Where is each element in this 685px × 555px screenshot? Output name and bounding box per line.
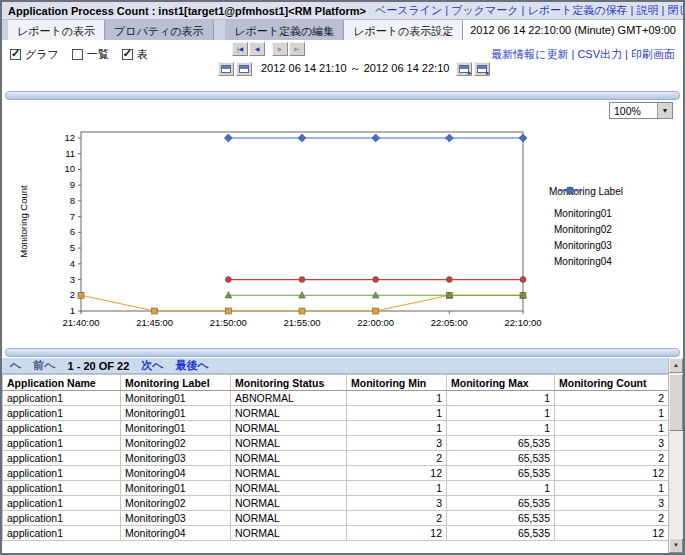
list-checkbox-label: 一覧	[87, 47, 109, 62]
table-cell: NORMAL	[231, 451, 347, 466]
svg-text:3: 3	[70, 274, 75, 285]
display-toggles: グラフ 一覧 表	[10, 47, 161, 62]
table-cell: 2	[347, 451, 447, 466]
table-cell: 1	[555, 421, 669, 436]
table-cell: 2	[555, 451, 669, 466]
graph-checkbox-label: グラフ	[25, 47, 59, 62]
list-checkbox[interactable]	[72, 49, 83, 60]
pagination-prev[interactable]: 前へ	[33, 358, 55, 373]
table-cell: 3	[347, 496, 447, 511]
action-links: 最新情報に更新CSV出力印刷画面	[491, 47, 675, 62]
tab-property-view[interactable]: プロパティの表示	[105, 20, 214, 40]
table-checkbox-label: 表	[137, 47, 148, 62]
svg-text:8: 8	[70, 195, 75, 206]
first-period-button[interactable]: |◀	[232, 42, 248, 56]
svg-text:9: 9	[70, 179, 75, 190]
table-cell: NORMAL	[231, 406, 347, 421]
svg-text:7: 7	[70, 211, 75, 222]
svg-text:4: 4	[70, 258, 75, 269]
legend-label: Monitoring04	[554, 256, 612, 267]
table-cell: Monitoring01	[121, 391, 231, 406]
tab-report-view[interactable]: レポートの表示	[8, 20, 105, 40]
calendar-icon[interactable]	[218, 62, 234, 76]
title-link[interactable]: ブックマーク	[442, 4, 518, 16]
tab-bar: レポートの表示 プロパティの表示 レポート定義の編集 レポートの表示設定 201…	[2, 20, 683, 40]
table-cell: 2	[555, 391, 669, 406]
action-link[interactable]: 印刷画面	[622, 48, 675, 60]
table-cell: Monitoring04	[121, 526, 231, 541]
table-cell: application1	[3, 406, 121, 421]
forward-arrow-icon: ▸	[468, 69, 472, 76]
table-cell: 2	[555, 511, 669, 526]
calendar-glyph	[239, 65, 249, 73]
svg-text:21:50:00: 21:50:00	[210, 317, 247, 328]
table-row: application1Monitoring04NORMAL1265,53512	[3, 466, 669, 481]
scroll-thumb[interactable]	[669, 374, 683, 431]
last-period-button[interactable]: ▶|	[289, 42, 305, 56]
table-cell: application1	[3, 436, 121, 451]
table-cell: application1	[3, 481, 121, 496]
calendar-forward-icon[interactable]: ▸	[456, 62, 472, 76]
legend-label: Monitoring02	[554, 224, 612, 235]
calendar-icon[interactable]	[236, 62, 252, 76]
time-range-text: 2012 06 14 21:10 ～ 2012 06 14 22:10	[261, 61, 449, 76]
pagination-last[interactable]: 最後へ	[176, 358, 209, 373]
splitter-bar	[5, 348, 680, 357]
table-header-row: Application Name Monitoring Label Monito…	[3, 375, 669, 391]
table-row: application1Monitoring01NORMAL111	[3, 406, 669, 421]
scroll-up-icon[interactable]: ▲	[669, 358, 683, 373]
table-cell: 65,535	[447, 496, 555, 511]
table-cell: 12	[347, 466, 447, 481]
calendar-glyph	[221, 65, 231, 73]
table-cell: Monitoring01	[121, 406, 231, 421]
action-link[interactable]: 最新情報に更新	[491, 48, 568, 60]
table-cell: application1	[3, 421, 121, 436]
title-link[interactable]: ベースライン	[375, 4, 442, 16]
pagination-range: 1 - 20 OF 22	[68, 360, 130, 372]
svg-text:10: 10	[64, 163, 75, 174]
action-link[interactable]: CSV出力	[568, 48, 622, 60]
table-cell: 1	[347, 391, 447, 406]
table-row: application1Monitoring01ABNORMAL112	[3, 391, 669, 406]
table-checkbox[interactable]	[122, 49, 133, 60]
table-cell: Monitoring03	[121, 451, 231, 466]
table-cell: 1	[555, 481, 669, 496]
table-cell: 65,535	[447, 451, 555, 466]
report-table-body: application1Monitoring01ABNORMAL112appli…	[3, 391, 669, 541]
table-cell: 65,535	[447, 436, 555, 451]
dropdown-arrow-icon[interactable]: ▼	[657, 103, 672, 118]
title-link[interactable]: 説明	[627, 4, 658, 16]
table-cell: 65,535	[447, 526, 555, 541]
time-nav-buttons: |◀ ◀ ▶ ▶|	[232, 42, 306, 56]
table-cell: application1	[3, 511, 121, 526]
scroll-down-icon[interactable]: ▼	[669, 538, 683, 553]
table-cell: Monitoring02	[121, 496, 231, 511]
table-cell: NORMAL	[231, 481, 347, 496]
pagination-next[interactable]: 次へ	[141, 358, 163, 373]
zoom-select[interactable]: 100% ▼	[609, 102, 673, 119]
table-cell: NORMAL	[231, 421, 347, 436]
prev-period-button[interactable]: ◀	[249, 42, 265, 56]
graph-checkbox[interactable]	[10, 49, 21, 60]
calendar-forward-icon[interactable]: ▸	[474, 62, 490, 76]
pagination-top[interactable]: へ	[10, 358, 21, 373]
table-cell: 65,535	[447, 466, 555, 481]
table-cell: application1	[3, 391, 121, 406]
next-period-button[interactable]: ▶	[272, 42, 288, 56]
vertical-scrollbar[interactable]: ▲ ▼	[668, 358, 683, 553]
title-link[interactable]: レポート定義の保存	[518, 4, 627, 16]
tab-report-display-settings[interactable]: レポートの表示設定	[344, 20, 463, 40]
table-cell: 1	[347, 481, 447, 496]
legend-items: Monitoring01Monitoring02Monitoring03Moni…	[549, 208, 623, 267]
table-cell: application1	[3, 526, 121, 541]
svg-text:22:10:00: 22:10:00	[505, 317, 542, 328]
tab-report-edit[interactable]: レポート定義の編集	[225, 20, 344, 40]
svg-text:Monitoring Count: Monitoring Count	[18, 185, 29, 258]
table-cell: 65,535	[447, 511, 555, 526]
time-range-controls: 2012 06 14 21:10 ～ 2012 06 14 22:10 ▸ ▸	[218, 61, 492, 76]
title-link[interactable]: 閉じる	[658, 4, 683, 16]
table-cell: NORMAL	[231, 436, 347, 451]
column-header-application-name: Application Name	[3, 375, 121, 391]
title-links: ベースラインブックマークレポート定義の保存説明閉じる	[375, 3, 683, 18]
title-bar: Application Process Count : inst1[target…	[2, 2, 683, 20]
